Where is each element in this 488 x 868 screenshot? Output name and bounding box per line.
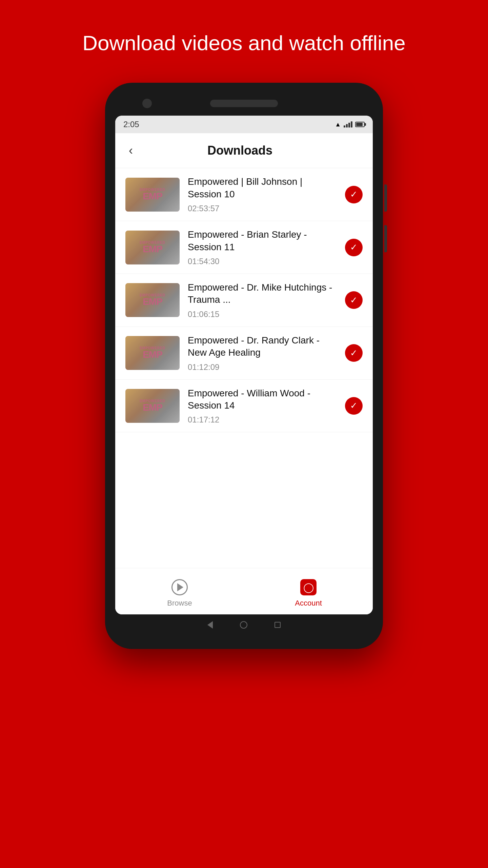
nav-item-account[interactable]: ◯ Account xyxy=(244,575,373,611)
page-title: Downloads xyxy=(140,143,340,158)
check-icon-1: ✓ xyxy=(345,186,363,203)
download-info-1: Empowered | Bill Johnson | Session 10 02… xyxy=(180,176,345,213)
check-icon-4: ✓ xyxy=(345,344,363,362)
browse-icon xyxy=(171,578,188,596)
download-duration-3: 01:06:15 xyxy=(188,310,337,319)
download-duration-1: 02:53:57 xyxy=(188,204,337,213)
thumb-text-4: EMP xyxy=(143,350,162,359)
phone-screen: 2:05 ▲ ‹ Downloads xyxy=(115,116,373,614)
download-info-2: Empowered - Brian Starley - Session 11 0… xyxy=(180,229,345,266)
download-title-4: Empowered - Dr. Randy Clark - New Age He… xyxy=(188,334,337,359)
thumb-text-1: EMP xyxy=(143,192,162,201)
download-info-3: Empowered - Dr. Mike Hutchings - Trauma … xyxy=(180,281,345,319)
app-header: ‹ Downloads xyxy=(115,133,373,168)
status-bar: 2:05 ▲ xyxy=(115,116,373,133)
account-icon-wrap: ◯ xyxy=(300,578,317,596)
status-time: 2:05 xyxy=(123,120,139,129)
thumbnail-4: EMPOWERED EMP xyxy=(125,336,180,370)
home-home-button[interactable] xyxy=(240,621,247,629)
status-icons: ▲ xyxy=(335,121,365,128)
account-label: Account xyxy=(295,599,322,608)
back-button[interactable]: ‹ xyxy=(129,143,133,158)
signal-bar-1 xyxy=(344,125,345,127)
download-title-5: Empowered - William Wood - Session 14 xyxy=(188,387,337,412)
signal-bar-4 xyxy=(351,121,352,127)
downloads-list: EMPOWERED EMP Empowered | Bill Johnson |… xyxy=(115,168,373,432)
download-item-3[interactable]: EMPOWERED EMP Empowered - Dr. Mike Hutch… xyxy=(115,274,373,327)
person-icon: ◯ xyxy=(303,582,314,593)
thumb-text-5: EMP xyxy=(143,403,162,412)
phone-device: 2:05 ▲ ‹ Downloads xyxy=(105,83,383,649)
download-info-4: Empowered - Dr. Randy Clark - New Age He… xyxy=(180,334,345,372)
battery-icon xyxy=(355,122,365,127)
download-title-2: Empowered - Brian Starley - Session 11 xyxy=(188,229,337,253)
download-title-3: Empowered - Dr. Mike Hutchings - Trauma … xyxy=(188,281,337,306)
check-icon-5: ✓ xyxy=(345,397,363,415)
signal-bars xyxy=(344,121,352,127)
thumbnail-2: EMPOWERED EMP xyxy=(125,231,180,264)
download-duration-2: 01:54:30 xyxy=(188,257,337,266)
download-item-4[interactable]: EMPOWERED EMP Empowered - Dr. Randy Clar… xyxy=(115,327,373,380)
signal-bar-2 xyxy=(346,124,348,127)
download-duration-4: 01:12:09 xyxy=(188,362,337,372)
download-item-2[interactable]: EMPOWERED EMP Empowered - Brian Starley … xyxy=(115,221,373,274)
home-recents-button[interactable] xyxy=(274,622,281,628)
home-back-button[interactable] xyxy=(207,621,213,629)
thumb-text-2: EMP xyxy=(143,244,162,254)
phone-top-bar xyxy=(115,93,373,116)
browse-label: Browse xyxy=(167,599,192,608)
nav-item-browse[interactable]: Browse xyxy=(115,575,244,611)
download-item-5[interactable]: EMPOWERED EMP Empowered - William Wood -… xyxy=(115,380,373,433)
check-icon-3: ✓ xyxy=(345,291,363,309)
signal-bar-3 xyxy=(348,123,350,127)
download-info-5: Empowered - William Wood - Session 14 01… xyxy=(180,387,345,425)
phone-camera xyxy=(142,99,152,108)
side-button-bottom xyxy=(384,225,387,252)
page-tagline: Download videos and watch offline xyxy=(55,31,433,56)
bottom-nav: Browse ◯ Account xyxy=(115,568,373,614)
side-button-top xyxy=(384,184,387,212)
thumbnail-1: EMPOWERED EMP xyxy=(125,178,180,212)
thumbnail-3: EMPOWERED EMP xyxy=(125,283,180,317)
download-item-1[interactable]: EMPOWERED EMP Empowered | Bill Johnson |… xyxy=(115,168,373,221)
thumb-text-3: EMP xyxy=(143,297,162,307)
wifi-icon: ▲ xyxy=(335,121,341,128)
empty-space xyxy=(115,432,373,568)
thumbnail-5: EMPOWERED EMP xyxy=(125,389,180,423)
download-duration-5: 01:17:12 xyxy=(188,415,337,425)
phone-speaker xyxy=(210,100,278,107)
phone-home-bar xyxy=(115,614,373,639)
download-title-1: Empowered | Bill Johnson | Session 10 xyxy=(188,176,337,200)
check-icon-2: ✓ xyxy=(345,239,363,256)
